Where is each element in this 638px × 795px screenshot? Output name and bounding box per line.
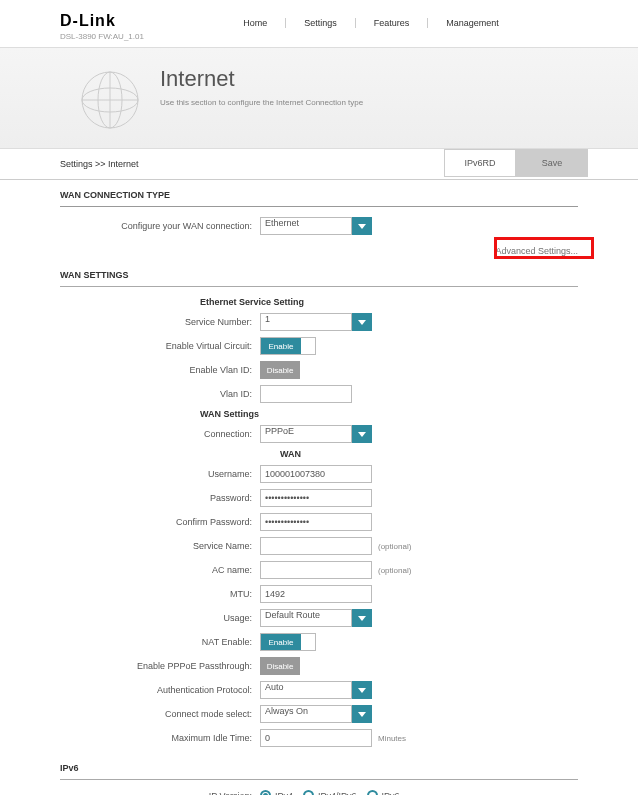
save-button[interactable]: Save [516, 149, 588, 177]
hero-text: Internet Use this section to configure t… [160, 66, 363, 130]
vlan-id-label: Vlan ID: [60, 389, 260, 399]
toggle-disable-text: Disable [260, 657, 300, 675]
ipv6rd-button[interactable]: IPv6RD [444, 149, 516, 177]
nav-features[interactable]: Features [356, 18, 429, 28]
section-title-ipv6: IPv6 [60, 753, 578, 780]
hero-banner: Internet Use this section to configure t… [0, 48, 638, 149]
radio-ipv6[interactable]: IPv6 [367, 790, 400, 795]
enable-vlan-label: Enable Vlan ID: [60, 365, 260, 375]
ip-version-label: IP Version: [60, 791, 260, 796]
mtu-label: MTU: [60, 589, 260, 599]
section-title-wan-conn: WAN CONNECTION TYPE [60, 180, 578, 207]
service-number-label: Service Number: [60, 317, 260, 327]
wan-settings-sub-heading: WAN Settings [60, 409, 578, 419]
optional-note: (optional) [378, 542, 411, 551]
password-input[interactable] [260, 489, 372, 507]
pppoe-pass-toggle[interactable]: Disable [260, 657, 300, 675]
page-title: Internet [160, 66, 363, 92]
optional-note: (optional) [378, 566, 411, 575]
breadcrumb-row: Settings >> Internet IPv6RD Save [0, 149, 638, 180]
page-subtitle: Use this section to configure the Intern… [160, 98, 363, 107]
radio-icon [367, 790, 378, 795]
connect-mode-value: Always On [260, 705, 352, 723]
service-number-value: 1 [260, 313, 352, 331]
radio-ipv4[interactable]: IPv4 [260, 790, 293, 795]
logo-block: D-Link DSL-3890 FW:AU_1.01 [60, 12, 144, 41]
configure-wan-value: Ethernet [260, 217, 352, 235]
auth-proto-label: Authentication Protocol: [60, 685, 260, 695]
service-name-input[interactable] [260, 537, 372, 555]
service-number-select[interactable]: 1 [260, 313, 372, 331]
toggle-enable-text: Enable [261, 634, 301, 650]
advanced-link-row: Advanced Settings... [0, 241, 638, 260]
max-idle-label: Maximum Idle Time: [60, 733, 260, 743]
wan-sub-heading: WAN [60, 449, 578, 459]
eth-service-heading: Ethernet Service Setting [60, 297, 578, 307]
usage-select[interactable]: Default Route [260, 609, 372, 627]
nat-enable-toggle[interactable]: Enable [260, 633, 316, 651]
globe-icon [80, 70, 140, 130]
wan-connection-type-section: WAN CONNECTION TYPE Configure your WAN c… [0, 180, 638, 235]
header: D-Link DSL-3890 FW:AU_1.01 Home Settings… [0, 0, 638, 48]
service-name-label: Service Name: [60, 541, 260, 551]
breadcrumb: Settings >> Internet [0, 149, 444, 179]
nav-home[interactable]: Home [225, 18, 286, 28]
mtu-input[interactable] [260, 585, 372, 603]
username-input[interactable] [260, 465, 372, 483]
wan-settings-section: WAN SETTINGS Ethernet Service Setting Se… [0, 260, 638, 747]
nav-management[interactable]: Management [428, 18, 517, 28]
username-label: Username: [60, 469, 260, 479]
auth-proto-select[interactable]: Auto [260, 681, 372, 699]
ac-name-label: AC name: [60, 565, 260, 575]
connect-mode-label: Connect mode select: [60, 709, 260, 719]
ac-name-input[interactable] [260, 561, 372, 579]
nav-settings[interactable]: Settings [286, 18, 356, 28]
model-text: DSL-3890 FW:AU_1.01 [60, 32, 144, 41]
confirm-password-input[interactable] [260, 513, 372, 531]
enable-vc-toggle[interactable]: Enable [260, 337, 316, 355]
nat-enable-label: NAT Enable: [60, 637, 260, 647]
usage-label: Usage: [60, 613, 260, 623]
brand-logo: D-Link [60, 12, 144, 30]
enable-vlan-toggle[interactable]: Disable [260, 361, 300, 379]
chevron-down-icon[interactable] [352, 681, 372, 699]
button-bar: IPv6RD Save [444, 149, 638, 179]
usage-value: Default Route [260, 609, 352, 627]
connection-select[interactable]: PPPoE [260, 425, 372, 443]
radio-icon [303, 790, 314, 795]
connection-value: PPPoE [260, 425, 352, 443]
radio-ipv4ipv6-label: IPv4/IPv6 [318, 791, 357, 796]
pppoe-pass-label: Enable PPPoE Passthrough: [60, 661, 260, 671]
max-idle-input[interactable] [260, 729, 372, 747]
confirm-password-label: Confirm Password: [60, 517, 260, 527]
ipv6-section: IPv6 IP Version: IPv4 IPv4/IPv6 IPv6 [0, 753, 638, 795]
toggle-disable-text: Disable [260, 361, 300, 379]
ip-version-radio-group: IPv4 IPv4/IPv6 IPv6 [260, 790, 400, 795]
minutes-label: Minutes [378, 734, 406, 743]
connect-mode-select[interactable]: Always On [260, 705, 372, 723]
radio-icon [260, 790, 271, 795]
auth-proto-value: Auto [260, 681, 352, 699]
password-label: Password: [60, 493, 260, 503]
radio-ipv6-label: IPv6 [382, 791, 400, 796]
configure-wan-label: Configure your WAN connection: [60, 221, 260, 231]
chevron-down-icon[interactable] [352, 705, 372, 723]
advanced-settings-link[interactable]: Advanced Settings... [495, 246, 578, 256]
configure-wan-select[interactable]: Ethernet [260, 217, 372, 235]
chevron-down-icon[interactable] [352, 313, 372, 331]
top-nav: Home Settings Features Management [144, 18, 598, 28]
chevron-down-icon[interactable] [352, 425, 372, 443]
radio-ipv4ipv6[interactable]: IPv4/IPv6 [303, 790, 357, 795]
vlan-id-input[interactable] [260, 385, 352, 403]
section-title-wan-settings: WAN SETTINGS [60, 260, 578, 287]
chevron-down-icon[interactable] [352, 217, 372, 235]
chevron-down-icon[interactable] [352, 609, 372, 627]
toggle-enable-text: Enable [261, 338, 301, 354]
connection-label: Connection: [60, 429, 260, 439]
radio-ipv4-label: IPv4 [275, 791, 293, 796]
enable-vc-label: Enable Virtual Circuit: [60, 341, 260, 351]
